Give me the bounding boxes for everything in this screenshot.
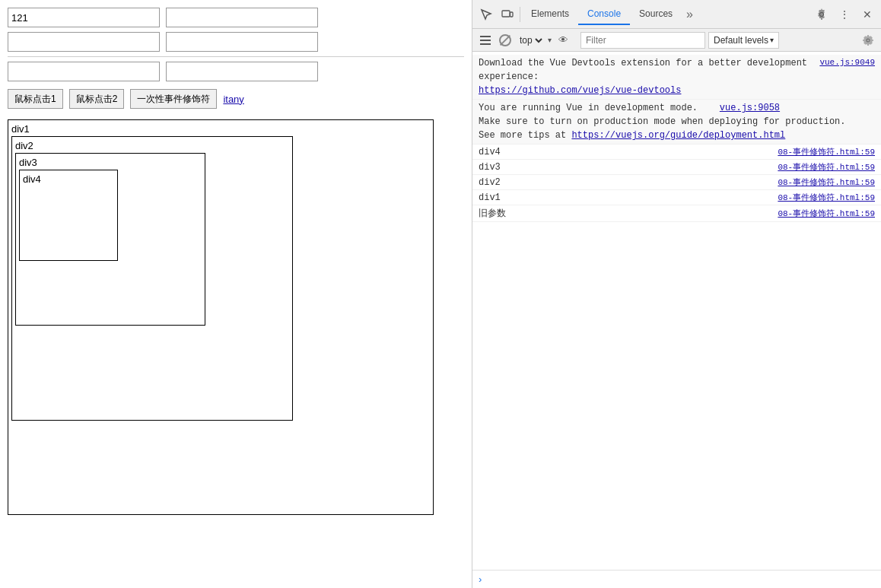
vuejs-deployment-link[interactable]: https://vuejs.org/guide/deployment.html [571,130,785,141]
vue-source-link-2[interactable]: vue.js:9058 [720,103,780,113]
log-row-div2: div2 08-事件修饰符.html:59 [472,175,881,190]
div4-label: div4 [23,173,41,185]
input-6[interactable] [166,62,318,81]
context-select-input[interactable]: top [517,34,545,46]
svg-rect-4 [480,43,491,45]
console-output: Download the Vue Devtools extension for … [472,52,881,570]
log-text-div4: div4 [479,147,501,157]
log-text-div3: div3 [479,162,501,173]
console-message-2-content: You are running Vue in development mode.… [479,101,875,142]
context-dropdown-arrow: ▾ [548,36,552,44]
eye-symbol: 👁 [558,34,568,46]
svg-rect-1 [510,12,514,17]
log-source-div1[interactable]: 08-事件修饰符.html:59 [778,192,875,203]
log-text-div1: div1 [479,192,501,203]
console-filter-input[interactable] [580,32,705,49]
clear-console-icon[interactable] [497,32,514,49]
default-levels-label: Default levels [714,35,768,46]
log-source-old-params[interactable]: 08-事件修饰符.html:59 [778,208,875,219]
console-toolbar: top ▾ 👁 Default levels ▾ [472,29,881,52]
svg-rect-0 [502,11,510,17]
input-5[interactable] [8,62,160,81]
console-message-1-source[interactable]: vue.js:9049 [819,56,875,69]
inspect-element-icon[interactable] [475,4,497,25]
devtools-panel: Elements Console Sources » ⋮ ✕ [472,0,881,588]
div1-box: div2 div3 div4 [11,136,293,421]
input-1[interactable] [8,8,160,27]
log-row-div3: div3 08-事件修饰符.html:59 [472,160,881,175]
vue-devtools-link[interactable]: https://github.com/vuejs/vue-devtools [479,85,681,96]
console-settings-icon[interactable] [860,32,876,49]
log-row-div1: div1 08-事件修饰符.html:59 [472,190,881,205]
once-modifier-button[interactable]: 一次性事件修饰符 [130,89,217,109]
log-row-old-params: 旧参数 08-事件修饰符.html:59 [472,205,881,222]
div1-label: div1 [11,123,30,135]
div3-label: div3 [19,157,37,168]
more-options-icon[interactable]: ⋮ [834,4,855,25]
mouse-click-1-button[interactable]: 鼠标点击1 [8,89,63,109]
tab-elements[interactable]: Elements [522,4,578,25]
tab-console[interactable]: Console [578,4,630,25]
default-levels-selector[interactable]: Default levels ▾ [708,32,779,49]
log-text-old-params: 旧参数 [479,207,506,220]
devtools-tabs-right: ⋮ ✕ [811,4,878,25]
svg-rect-3 [480,40,491,41]
devtools-tab-bar: Elements Console Sources » ⋮ ✕ [472,0,881,29]
input-row-3 [8,62,464,81]
log-row-div4: div4 08-事件修饰符.html:59 [472,145,881,160]
console-input-field[interactable] [485,574,875,585]
log-text-div2: div2 [479,177,501,188]
context-selector[interactable]: top ▾ [517,34,552,46]
svg-rect-2 [480,36,491,37]
console-message-1-content: Download the Vue Devtools extension for … [479,56,813,97]
close-devtools-icon[interactable]: ✕ [857,4,878,25]
eye-icon[interactable]: 👁 [555,32,571,49]
console-input-row: › [472,570,881,588]
div2-box: div3 div4 [15,153,205,326]
input-row-2 [8,32,464,52]
input-2[interactable] [166,8,318,27]
mouse-click-2-button[interactable]: 鼠标点击2 [69,89,125,109]
nested-container: div1 div2 div3 div4 [8,119,434,515]
input-3[interactable] [8,32,160,52]
div3-box: div4 [19,170,118,261]
tab-sources[interactable]: Sources [630,4,682,25]
sidebar-toggle-icon[interactable] [477,32,494,49]
input-4[interactable] [166,32,318,52]
button-row: 鼠标点击1 鼠标点击2 一次性事件修饰符 itany [8,89,464,109]
log-source-div3[interactable]: 08-事件修饰符.html:59 [778,161,875,173]
console-message-1: Download the Vue Devtools extension for … [472,55,881,100]
levels-dropdown-arrow: ▾ [770,36,774,44]
log-source-div2[interactable]: 08-事件修饰符.html:59 [778,176,875,188]
console-prompt-icon: › [479,574,482,585]
webpage-area: 鼠标点击1 鼠标点击2 一次性事件修饰符 itany div1 div2 div… [0,0,472,588]
log-source-div4[interactable]: 08-事件修饰符.html:59 [778,146,875,157]
div2-label: div2 [15,140,33,151]
device-toolbar-icon[interactable] [497,4,518,25]
console-message-2: You are running Vue in development mode.… [472,100,881,145]
settings-icon[interactable] [811,4,832,25]
input-row-1 [8,8,464,27]
more-tabs-icon[interactable]: » [682,5,698,24]
itany-link[interactable]: itany [223,94,243,105]
